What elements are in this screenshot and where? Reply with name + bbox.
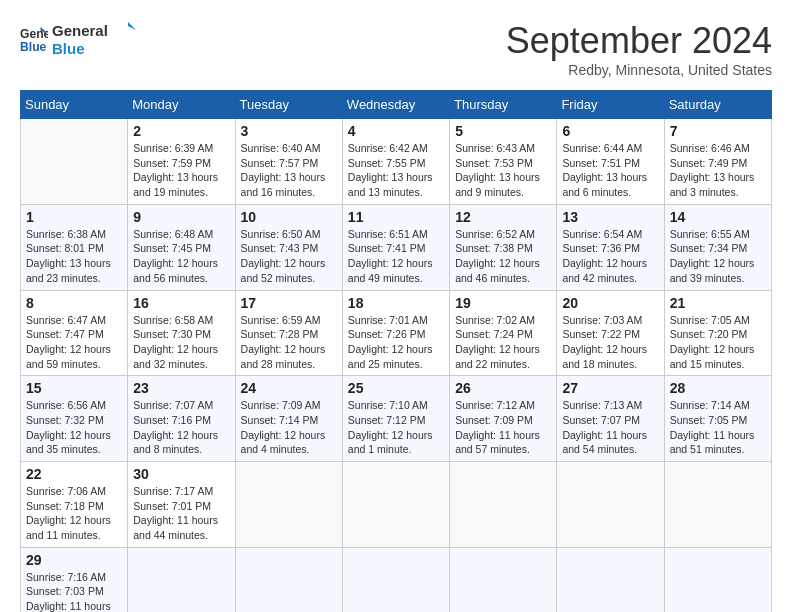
svg-text:General: General	[20, 27, 48, 41]
calendar-cell: 21Sunrise: 7:05 AM Sunset: 7:20 PM Dayli…	[664, 290, 771, 376]
day-info: Sunrise: 6:40 AM Sunset: 7:57 PM Dayligh…	[241, 141, 337, 200]
calendar-cell: 22Sunrise: 7:06 AM Sunset: 7:18 PM Dayli…	[21, 462, 128, 548]
calendar-row: 1Sunrise: 6:38 AM Sunset: 8:01 PM Daylig…	[21, 204, 772, 290]
day-info: Sunrise: 6:38 AM Sunset: 8:01 PM Dayligh…	[26, 227, 122, 286]
day-number: 20	[562, 295, 658, 311]
day-info: Sunrise: 6:56 AM Sunset: 7:32 PM Dayligh…	[26, 398, 122, 457]
day-number: 30	[133, 466, 229, 482]
day-info: Sunrise: 7:03 AM Sunset: 7:22 PM Dayligh…	[562, 313, 658, 372]
calendar-cell	[235, 462, 342, 548]
day-info: Sunrise: 7:12 AM Sunset: 7:09 PM Dayligh…	[455, 398, 551, 457]
logo: General Blue General Blue	[20, 20, 142, 58]
day-info: Sunrise: 7:02 AM Sunset: 7:24 PM Dayligh…	[455, 313, 551, 372]
calendar-row: 8Sunrise: 6:47 AM Sunset: 7:47 PM Daylig…	[21, 290, 772, 376]
day-info: Sunrise: 6:46 AM Sunset: 7:49 PM Dayligh…	[670, 141, 766, 200]
calendar-cell	[664, 462, 771, 548]
page-header: General Blue General Blue September 2024…	[20, 20, 772, 78]
logo-icon: General Blue	[20, 25, 48, 53]
col-header-friday: Friday	[557, 91, 664, 119]
day-number: 26	[455, 380, 551, 396]
day-info: Sunrise: 6:47 AM Sunset: 7:47 PM Dayligh…	[26, 313, 122, 372]
svg-text:Blue: Blue	[52, 40, 85, 57]
day-number: 10	[241, 209, 337, 225]
calendar-cell: 19Sunrise: 7:02 AM Sunset: 7:24 PM Dayli…	[450, 290, 557, 376]
svg-marker-4	[128, 22, 136, 30]
svg-text:Blue: Blue	[20, 40, 47, 53]
day-number: 24	[241, 380, 337, 396]
calendar-cell	[342, 462, 449, 548]
calendar-cell: 14Sunrise: 6:55 AM Sunset: 7:34 PM Dayli…	[664, 204, 771, 290]
calendar-cell: 2Sunrise: 6:39 AM Sunset: 7:59 PM Daylig…	[128, 119, 235, 205]
calendar-cell: 1Sunrise: 6:38 AM Sunset: 8:01 PM Daylig…	[21, 204, 128, 290]
calendar-cell	[342, 547, 449, 612]
day-number: 18	[348, 295, 444, 311]
calendar-cell: 28Sunrise: 7:14 AM Sunset: 7:05 PM Dayli…	[664, 376, 771, 462]
calendar-cell: 17Sunrise: 6:59 AM Sunset: 7:28 PM Dayli…	[235, 290, 342, 376]
calendar-cell	[664, 547, 771, 612]
day-info: Sunrise: 7:16 AM Sunset: 7:03 PM Dayligh…	[26, 570, 122, 612]
calendar-cell: 30Sunrise: 7:17 AM Sunset: 7:01 PM Dayli…	[128, 462, 235, 548]
day-info: Sunrise: 6:59 AM Sunset: 7:28 PM Dayligh…	[241, 313, 337, 372]
calendar-cell: 13Sunrise: 6:54 AM Sunset: 7:36 PM Dayli…	[557, 204, 664, 290]
day-info: Sunrise: 7:14 AM Sunset: 7:05 PM Dayligh…	[670, 398, 766, 457]
day-number: 12	[455, 209, 551, 225]
day-number: 25	[348, 380, 444, 396]
day-info: Sunrise: 6:52 AM Sunset: 7:38 PM Dayligh…	[455, 227, 551, 286]
day-info: Sunrise: 6:50 AM Sunset: 7:43 PM Dayligh…	[241, 227, 337, 286]
calendar-cell: 12Sunrise: 6:52 AM Sunset: 7:38 PM Dayli…	[450, 204, 557, 290]
day-number: 21	[670, 295, 766, 311]
calendar-cell	[21, 119, 128, 205]
logo-svg: General Blue	[52, 20, 142, 58]
day-info: Sunrise: 6:42 AM Sunset: 7:55 PM Dayligh…	[348, 141, 444, 200]
calendar-cell: 25Sunrise: 7:10 AM Sunset: 7:12 PM Dayli…	[342, 376, 449, 462]
calendar-cell: 24Sunrise: 7:09 AM Sunset: 7:14 PM Dayli…	[235, 376, 342, 462]
day-number: 22	[26, 466, 122, 482]
day-info: Sunrise: 6:58 AM Sunset: 7:30 PM Dayligh…	[133, 313, 229, 372]
day-number: 23	[133, 380, 229, 396]
calendar-cell: 5Sunrise: 6:43 AM Sunset: 7:53 PM Daylig…	[450, 119, 557, 205]
day-number: 9	[133, 209, 229, 225]
calendar-cell: 6Sunrise: 6:44 AM Sunset: 7:51 PM Daylig…	[557, 119, 664, 205]
calendar-cell	[557, 547, 664, 612]
calendar-cell: 23Sunrise: 7:07 AM Sunset: 7:16 PM Dayli…	[128, 376, 235, 462]
col-header-thursday: Thursday	[450, 91, 557, 119]
calendar-cell	[128, 547, 235, 612]
day-headers-row: SundayMondayTuesdayWednesdayThursdayFrid…	[21, 91, 772, 119]
calendar-cell: 7Sunrise: 6:46 AM Sunset: 7:49 PM Daylig…	[664, 119, 771, 205]
month-title: September 2024	[506, 20, 772, 62]
day-info: Sunrise: 6:51 AM Sunset: 7:41 PM Dayligh…	[348, 227, 444, 286]
col-header-sunday: Sunday	[21, 91, 128, 119]
calendar-cell: 20Sunrise: 7:03 AM Sunset: 7:22 PM Dayli…	[557, 290, 664, 376]
day-number: 7	[670, 123, 766, 139]
day-number: 17	[241, 295, 337, 311]
day-info: Sunrise: 7:01 AM Sunset: 7:26 PM Dayligh…	[348, 313, 444, 372]
day-number: 1	[26, 209, 122, 225]
calendar-cell: 26Sunrise: 7:12 AM Sunset: 7:09 PM Dayli…	[450, 376, 557, 462]
title-section: September 2024 Redby, Minnesota, United …	[506, 20, 772, 78]
calendar-row: 15Sunrise: 6:56 AM Sunset: 7:32 PM Dayli…	[21, 376, 772, 462]
day-number: 13	[562, 209, 658, 225]
day-info: Sunrise: 7:06 AM Sunset: 7:18 PM Dayligh…	[26, 484, 122, 543]
calendar-cell	[235, 547, 342, 612]
calendar-cell: 18Sunrise: 7:01 AM Sunset: 7:26 PM Dayli…	[342, 290, 449, 376]
calendar-cell: 11Sunrise: 6:51 AM Sunset: 7:41 PM Dayli…	[342, 204, 449, 290]
day-number: 11	[348, 209, 444, 225]
calendar-cell: 3Sunrise: 6:40 AM Sunset: 7:57 PM Daylig…	[235, 119, 342, 205]
day-number: 28	[670, 380, 766, 396]
day-info: Sunrise: 7:10 AM Sunset: 7:12 PM Dayligh…	[348, 398, 444, 457]
day-number: 14	[670, 209, 766, 225]
calendar-cell: 29Sunrise: 7:16 AM Sunset: 7:03 PM Dayli…	[21, 547, 128, 612]
calendar-cell: 8Sunrise: 6:47 AM Sunset: 7:47 PM Daylig…	[21, 290, 128, 376]
day-info: Sunrise: 6:55 AM Sunset: 7:34 PM Dayligh…	[670, 227, 766, 286]
calendar-cell	[557, 462, 664, 548]
day-number: 4	[348, 123, 444, 139]
col-header-tuesday: Tuesday	[235, 91, 342, 119]
day-info: Sunrise: 7:05 AM Sunset: 7:20 PM Dayligh…	[670, 313, 766, 372]
location: Redby, Minnesota, United States	[506, 62, 772, 78]
calendar-cell: 4Sunrise: 6:42 AM Sunset: 7:55 PM Daylig…	[342, 119, 449, 205]
day-info: Sunrise: 6:44 AM Sunset: 7:51 PM Dayligh…	[562, 141, 658, 200]
day-info: Sunrise: 6:43 AM Sunset: 7:53 PM Dayligh…	[455, 141, 551, 200]
day-info: Sunrise: 7:17 AM Sunset: 7:01 PM Dayligh…	[133, 484, 229, 543]
day-number: 6	[562, 123, 658, 139]
day-number: 19	[455, 295, 551, 311]
